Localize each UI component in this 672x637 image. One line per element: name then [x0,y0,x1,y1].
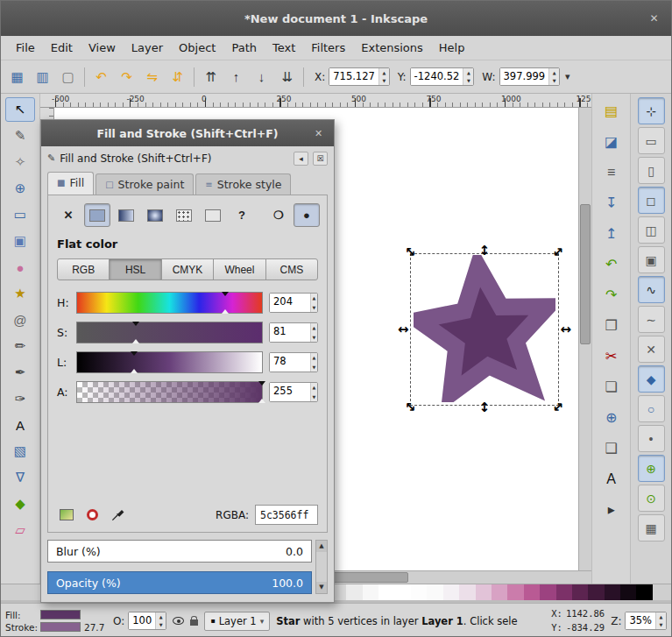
dialog-close-button[interactable]: ✕ [312,127,325,140]
eyedropper-button[interactable] [108,506,127,524]
rgba-input[interactable]: 5c3566ff [255,505,318,525]
stroke-color-swatch[interactable] [40,622,81,632]
dialog-scrollbar-trough[interactable] [316,552,327,582]
dialog-scrollbar[interactable]: ▲ ▼ [315,540,328,594]
snap-bbox-edge-button[interactable]: ▯ [638,157,665,184]
spin-up-icon[interactable]: ▲ [156,612,166,621]
snap-rotation-center-button[interactable]: ⊙ [638,485,665,512]
tab-stroke-paint[interactable]: □ Stroke paint [95,173,194,195]
palette-swatch[interactable] [540,584,555,600]
tweak-tool[interactable]: ✧ [5,150,35,174]
lower-to-bottom-button[interactable]: ⇊ [275,65,299,88]
palette-swatch[interactable] [636,584,652,600]
dialog-titlebar[interactable]: Fill and Stroke (Shift+Ctrl+F) ✕ [41,120,334,146]
raise-to-top-button[interactable]: ⇈ [199,65,223,88]
spin-up-icon[interactable]: ▲ [379,68,389,77]
mode-hsl-button[interactable]: HSL [109,258,161,280]
snap-page-border-button[interactable]: ▦ [638,514,665,541]
palette-swatch[interactable] [443,584,459,600]
lightness-spinners[interactable]: ▲▼ [310,353,317,372]
palette-swatch[interactable] [524,584,540,600]
rectangle-tool[interactable]: ▭ [5,202,35,227]
menu-filters[interactable]: Filters [303,38,353,58]
spin-down-icon[interactable]: ▼ [311,333,317,343]
mode-rgb-button[interactable]: RGB [57,258,110,280]
palette-swatch[interactable] [346,584,362,600]
snap-bbox-center-button[interactable]: ▣ [638,246,665,273]
palette-swatch[interactable] [363,584,378,600]
box-3d-tool[interactable]: ▣ [5,229,35,253]
scale-handle-w-icon[interactable]: ↔ [398,323,409,336]
hue-spinbox[interactable]: 204 ▲▼ [269,293,318,313]
export-button[interactable]: ↥ [598,220,625,247]
redo-button[interactable]: ↷ [598,281,625,308]
paste-button[interactable]: ❏ [598,373,625,400]
import-button[interactable]: ↧ [598,189,625,216]
spin-up-icon[interactable]: ▲ [549,68,559,77]
spin-up-icon[interactable]: ▲ [311,294,317,303]
spin-down-icon[interactable]: ▼ [311,363,317,372]
paint-none-button[interactable]: ✕ [55,203,81,227]
paint-linear-gradient-button[interactable] [113,203,139,227]
fill-rule-nonzero-button[interactable]: ● [294,203,320,227]
snap-midpoint-button[interactable]: • [638,425,665,452]
menu-object[interactable]: Object [171,38,223,58]
rotate-cw-button[interactable]: ↷ [115,65,138,88]
palette-swatch[interactable] [459,584,475,600]
w-field-input[interactable]: 397.999 ▲▼ [499,67,561,86]
select-all-button[interactable]: ▦ [5,65,29,88]
cut-button[interactable]: ✂ [598,343,625,370]
star-tool[interactable]: ★ [5,281,35,306]
more-commands-button[interactable]: ▸ [598,496,625,523]
scroll-down-icon[interactable]: ▼ [316,582,327,593]
dialog-panel-close-button[interactable]: ☒ [313,152,328,166]
menu-file[interactable]: File [8,38,43,58]
dialog-dock-button[interactable]: ◂ [294,152,308,166]
paint-pattern-button[interactable] [171,203,197,227]
spin-down-icon[interactable]: ▼ [656,621,666,630]
palette-swatch[interactable] [427,584,442,600]
blur-slider[interactable]: Blur (%) 0.0 [47,540,312,563]
palette-swatch[interactable] [411,584,427,600]
palette-swatch[interactable] [492,584,507,600]
mode-cmyk-button[interactable]: CMYK [161,258,214,280]
spin-up-icon[interactable]: ▲ [656,612,666,621]
paint-bucket-tool[interactable]: ◆ [5,492,35,516]
scale-handle-n-icon[interactable]: ↕ [479,244,491,258]
fill-rule-evenodd-button[interactable]: ❍ [265,203,292,227]
layer-visibility-icon[interactable] [173,617,184,625]
scroll-up-icon[interactable]: ▲ [316,541,327,552]
spin-up-icon[interactable]: ▲ [311,353,317,363]
select-all-layers-button[interactable]: ▥ [31,65,54,88]
snap-bbox-button[interactable]: ▭ [638,127,665,154]
snap-cusp-node-button[interactable]: ◆ [638,365,665,393]
dropper-tool[interactable]: ∇ [5,465,35,490]
snap-nodes-button[interactable]: ∿ [638,276,665,303]
copy-button[interactable]: ❐ [598,312,625,339]
layer-lock-icon[interactable] [190,619,198,626]
tab-stroke-style[interactable]: ≡ Stroke style [195,173,291,195]
tab-fill[interactable]: ■ Fill [47,172,94,195]
snap-smooth-node-button[interactable]: ○ [638,395,665,422]
swatch-ring-button[interactable] [82,506,102,524]
paint-swatch-button[interactable] [200,203,226,227]
menu-view[interactable]: View [81,38,124,58]
window-close-button[interactable]: ✕ [647,11,661,26]
gradient-tool[interactable]: ▧ [5,439,35,464]
zoom-input[interactable]: 35% ▲▼ [625,612,667,630]
horizontal-ruler[interactable]: -500-250025050075010001250 [40,94,591,108]
lower-button[interactable]: ↓ [250,65,273,88]
menu-path[interactable]: Path [223,38,265,58]
zoom-in-button[interactable]: ⊕ [598,404,625,431]
y-field-input[interactable]: -1240.52 ▲▼ [410,67,475,86]
rotate-ccw-button[interactable]: ↶ [89,65,113,88]
x-field-input[interactable]: 715.127 ▲▼ [329,67,390,86]
menu-edit[interactable]: Edit [43,38,81,58]
alpha-slider[interactable] [76,381,263,403]
hue-slider[interactable] [76,292,263,314]
menu-help[interactable]: Help [431,38,473,58]
paint-unknown-button[interactable]: ? [229,203,255,227]
palette-swatch[interactable] [476,584,492,600]
open-button[interactable]: ▤ [598,97,625,124]
zoom-tool[interactable]: ⊕ [5,176,35,201]
